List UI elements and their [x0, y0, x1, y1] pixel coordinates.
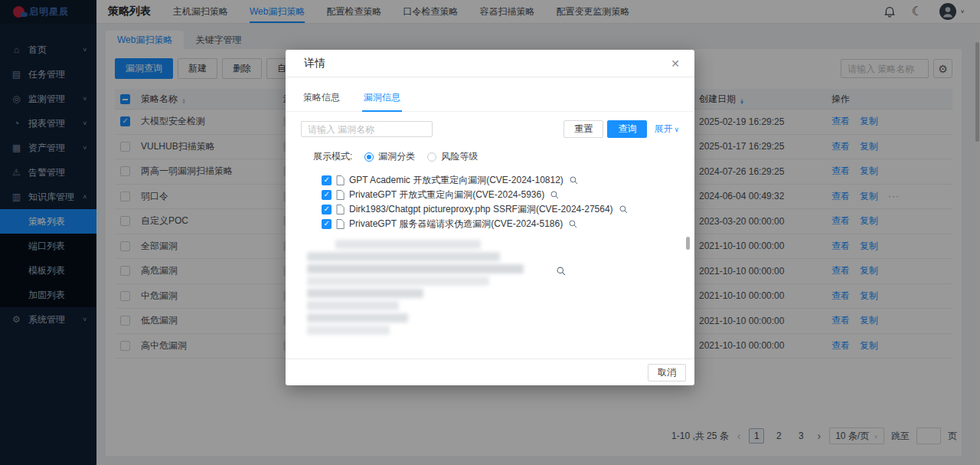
vuln-item: PrivateGPT 服务器端请求伪造漏洞(CVE-2024-5186) — [322, 217, 694, 231]
display-mode-radio[interactable]: 漏洞分类 — [364, 150, 415, 163]
magnifier-icon[interactable] — [550, 191, 559, 199]
modal-tab[interactable]: 漏洞信息 — [362, 87, 402, 112]
modal-tabs: 策略信息 漏洞信息 — [286, 87, 694, 112]
radio-label: 风险等级 — [441, 150, 478, 163]
vuln-checkbox[interactable] — [322, 205, 332, 214]
modal-title: 详情 — [304, 57, 325, 70]
radio-label: 漏洞分类 — [378, 150, 415, 163]
radio-icon[interactable] — [364, 152, 374, 162]
vuln-item: GPT Academic 开放式重定向漏洞(CVE-2024-10812) — [322, 173, 694, 188]
document-icon — [336, 219, 345, 229]
document-icon — [336, 190, 345, 200]
display-mode-radio[interactable]: 风险等级 — [427, 150, 478, 163]
modal-footer: 取消 — [286, 359, 694, 385]
vuln-checkbox[interactable] — [322, 190, 332, 200]
cancel-button[interactable]: 取消 — [648, 364, 686, 381]
vuln-item: PrivateGPT 开放式重定向漏洞(CVE-2024-5936) — [322, 188, 694, 202]
document-icon — [336, 175, 345, 185]
close-icon[interactable]: ✕ — [671, 57, 680, 70]
modal-scrollbar-thumb[interactable] — [686, 237, 690, 250]
expand-toggle[interactable]: 展开∨ — [654, 123, 679, 136]
modal-query-row: 重置 查询 展开∨ — [301, 120, 679, 138]
vuln-label: GPT Academic 开放式重定向漏洞(CVE-2024-10812) — [349, 174, 564, 187]
radio-icon[interactable] — [427, 152, 436, 162]
vuln-label: Dirk1983/Chatgpt pictureproxy.php SSRF漏洞… — [349, 203, 613, 216]
vuln-label: PrivateGPT 开放式重定向漏洞(CVE-2024-5936) — [349, 188, 544, 201]
app: 启明星辰 ⌂ 首页 ∨ ▤ 任务管理 ◎ 监测管理 ∨ — [0, 0, 980, 465]
chevron-down-icon: ∨ — [674, 126, 679, 133]
vuln-checkbox[interactable] — [322, 175, 332, 185]
magnifier-icon[interactable] — [619, 205, 628, 214]
vuln-item: Dirk1983/Chatgpt pictureproxy.php SSRF漏洞… — [322, 202, 694, 217]
display-mode-label: 展示模式: — [313, 150, 352, 163]
vuln-checkbox[interactable] — [322, 219, 332, 229]
magnifier-icon[interactable] — [569, 220, 577, 228]
magnifier-icon[interactable] — [570, 176, 578, 185]
query-button[interactable]: 查询 — [607, 120, 647, 138]
vuln-label: PrivateGPT 服务器端请求伪造漏洞(CVE-2024-5186) — [349, 218, 563, 231]
document-icon — [336, 205, 345, 214]
display-mode-row: 展示模式: 漏洞分类 风险等级 — [313, 150, 679, 163]
modal-tab[interactable]: 策略信息 — [302, 87, 341, 111]
redacted-content — [307, 238, 694, 339]
reset-button[interactable]: 重置 — [564, 120, 603, 138]
vuln-search-input[interactable] — [301, 121, 433, 137]
magnifier-icon[interactable] — [557, 267, 566, 276]
detail-modal: 详情 ✕ 策略信息 漏洞信息 重置 查询 展开∨ 展示模式: — [286, 50, 694, 385]
vuln-checkbox-list: GPT Academic 开放式重定向漏洞(CVE-2024-10812) Pr… — [322, 173, 694, 231]
modal-header: 详情 ✕ — [286, 50, 694, 77]
